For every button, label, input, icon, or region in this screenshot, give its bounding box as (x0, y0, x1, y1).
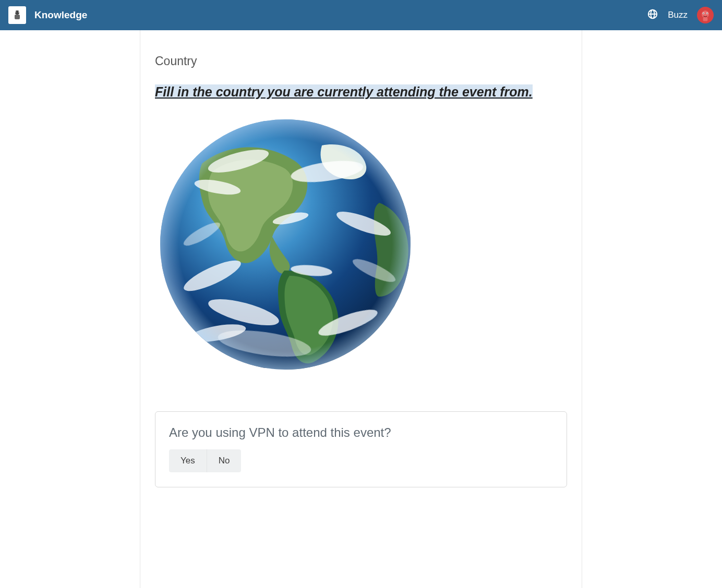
avatar-icon (698, 8, 713, 22)
site-logo[interactable] (8, 6, 26, 24)
svg-point-3 (18, 11, 19, 13)
earth-globe-icon (155, 114, 416, 375)
instruction-text: Fill in the country you are currently at… (155, 84, 533, 99)
globe-icon[interactable] (647, 8, 658, 22)
content-panel: Country Fill in the country you are curr… (140, 30, 582, 588)
vpn-button-group: Yes No (169, 449, 241, 472)
navbar-left: Knowledge (8, 6, 87, 24)
logo-icon (11, 9, 23, 21)
vpn-card: Are you using VPN to attend this event? … (155, 411, 567, 487)
navbar: Knowledge Buzz (0, 0, 722, 30)
vpn-yes-button[interactable]: Yes (169, 449, 207, 472)
svg-point-9 (707, 13, 708, 14)
section-title: Country (155, 30, 567, 84)
svg-point-26 (160, 119, 411, 370)
svg-point-2 (15, 11, 16, 13)
svg-rect-10 (703, 17, 708, 21)
username[interactable]: Buzz (668, 10, 688, 20)
avatar[interactable] (697, 7, 714, 23)
brand-name[interactable]: Knowledge (34, 9, 87, 21)
svg-rect-1 (15, 15, 20, 19)
navbar-right: Buzz (647, 7, 714, 23)
instruction-wrap: Fill in the country you are currently at… (155, 84, 567, 100)
svg-point-0 (15, 10, 19, 15)
vpn-no-button[interactable]: No (207, 449, 242, 472)
svg-point-8 (703, 13, 704, 14)
vpn-question: Are you using VPN to attend this event? (169, 425, 553, 440)
earth-image (155, 114, 416, 375)
page: Country Fill in the country you are curr… (0, 30, 722, 588)
